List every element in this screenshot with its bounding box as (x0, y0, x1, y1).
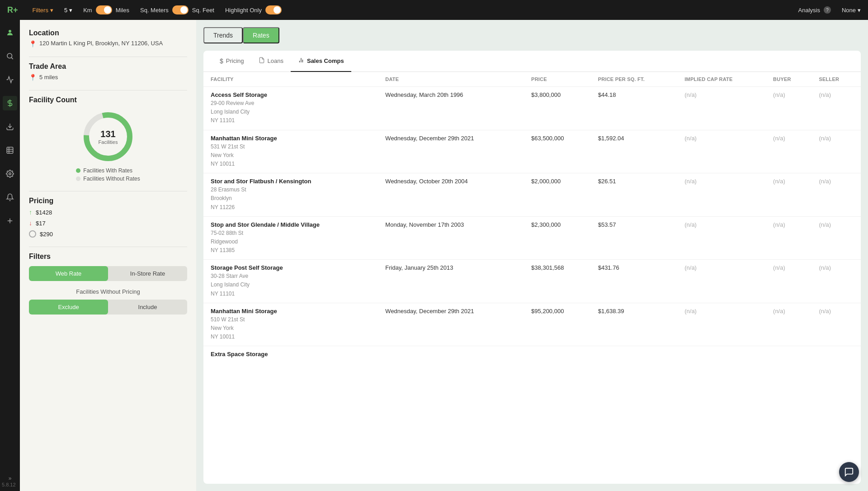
table-header: Facility Date Price Price per Sq. Ft. Im… (203, 72, 861, 87)
sidebar-item-download[interactable] (3, 119, 17, 134)
main-card: $ Pricing Loans Sales Comps (203, 51, 861, 484)
sub-tab-pricing[interactable]: $ Pricing (212, 51, 251, 72)
cell-facility-5: Manhattan Mini Storage 510 W 21st StNew … (203, 303, 378, 346)
tab-rates[interactable]: Rates (243, 27, 279, 43)
location-title: Location (29, 29, 187, 37)
in-store-rate-button[interactable]: In-Store Rate (108, 266, 187, 281)
web-rate-button[interactable]: Web Rate (29, 266, 108, 281)
sidebar-item-add[interactable] (3, 214, 17, 228)
highlight-toggle[interactable] (265, 5, 282, 14)
cell-price-sqft-5: $1,638.39 (591, 303, 678, 346)
facility-address-1: 531 W 21st StNew YorkNY 10011 (211, 143, 371, 169)
pricing-title: Pricing (29, 197, 187, 205)
table-body: Access Self Storage 29-00 Review AveLong… (203, 87, 861, 363)
table-row[interactable]: Extra Space Storage (203, 346, 861, 363)
sq-feet-label: Sq. Feet (192, 7, 214, 14)
pricing-items: ↑ $1428 ↓ $17 $290 (29, 209, 187, 238)
facility-count-title: Facility Count (29, 96, 187, 104)
col-buyer: Buyer (766, 72, 811, 87)
filters-label: Filters (33, 7, 48, 14)
cell-price-sqft-2: $26.51 (591, 173, 678, 217)
table-row[interactable]: Manhattan Mini Storage 531 W 21st StNew … (203, 130, 861, 173)
facility-count-section: Facility Count 131 Facilities Facili (29, 96, 187, 182)
sales-comps-icon (298, 57, 304, 65)
divider-2 (29, 90, 187, 91)
analysis-selector[interactable]: None ▾ (842, 7, 861, 14)
circle-icon (29, 230, 36, 238)
sub-tabs: $ Pricing Loans Sales Comps (203, 51, 861, 72)
right-content: Trends Rates $ Pricing Loans (196, 20, 868, 491)
sidebar-item-settings[interactable] (3, 167, 17, 181)
cell-price-sqft-6 (591, 346, 678, 363)
divider-3 (29, 191, 187, 191)
facility-address-3: 75-02 88th StRidgewoodNY 11385 (211, 229, 371, 255)
sidebar-item-search[interactable] (3, 49, 17, 63)
pricing-item-circle: $290 (29, 230, 187, 238)
sales-comps-table: Facility Date Price Price per Sq. Ft. Im… (203, 72, 861, 363)
trade-area-value: 5 miles (39, 74, 58, 81)
sidebar-item-table[interactable] (3, 143, 17, 157)
cell-date-6 (378, 346, 524, 363)
table-row[interactable]: Storage Post Self Storage 30-28 Starr Av… (203, 260, 861, 303)
cell-date-2: Wednesday, October 20th 2004 (378, 173, 524, 217)
sqm-sqft-toggle[interactable] (172, 5, 189, 14)
facility-address-0: 29-00 Review AveLong Island CityNY 11101 (211, 99, 371, 125)
cell-facility-2: Stor and Stor Flatbush / Kensington 28 E… (203, 173, 378, 217)
km-label: Km (83, 7, 92, 14)
main-layout: » Location 📍 120 Martin L King Pl, Brook… (0, 20, 868, 491)
svg-rect-5 (7, 147, 13, 153)
tab-trends[interactable]: Trends (203, 27, 243, 43)
svg-point-9 (9, 173, 11, 175)
table-row[interactable]: Manhattan Mini Storage 510 W 21st StNew … (203, 303, 861, 346)
include-button[interactable]: Include (108, 300, 187, 315)
col-price: Price (524, 72, 591, 87)
cell-buyer-5: (n/a) (766, 303, 811, 346)
sub-tab-sales-comps[interactable]: Sales Comps (291, 51, 351, 72)
table-row[interactable]: Access Self Storage 29-00 Review AveLong… (203, 87, 861, 130)
facility-address-4: 30-28 Starr AveLong Island CityNY 11101 (211, 272, 371, 298)
cell-buyer-2: (n/a) (766, 173, 811, 217)
divider-4 (29, 247, 187, 247)
facility-name-1: Manhattan Mini Storage (211, 135, 371, 142)
filters-chevron-icon: ▾ (50, 7, 53, 14)
pricing-section: Pricing ↑ $1428 ↓ $17 $290 (29, 197, 187, 238)
cell-facility-4: Storage Post Self Storage 30-28 Starr Av… (203, 260, 378, 303)
sidebar-item-dollar[interactable] (3, 96, 17, 110)
sidebar-item-chart[interactable] (3, 72, 17, 87)
filters-button[interactable]: Filters ▾ (33, 7, 53, 14)
analysis-help-icon: ? (824, 6, 831, 14)
cell-seller-1: (n/a) (811, 130, 861, 173)
trade-area-pin-icon: 📍 (29, 74, 37, 81)
cell-date-5: Wednesday, December 29th 2021 (378, 303, 524, 346)
table-row[interactable]: Stop and Stor Glendale / Middle Village … (203, 216, 861, 260)
none-chevron-icon: ▾ (858, 7, 861, 14)
facility-name-0: Access Self Storage (211, 91, 371, 98)
count-chevron-icon: ▾ (69, 7, 72, 14)
cell-seller-0: (n/a) (811, 87, 861, 130)
pricing-down-value: $17 (36, 220, 46, 227)
cell-buyer-6 (766, 346, 811, 363)
cell-buyer-4: (n/a) (766, 260, 811, 303)
chat-button[interactable] (839, 462, 859, 482)
cell-facility-3: Stop and Stor Glendale / Middle Village … (203, 216, 378, 260)
cell-price-sqft-4: $431.76 (591, 260, 678, 303)
none-label: None (842, 7, 856, 14)
exclude-button[interactable]: Exclude (29, 300, 108, 315)
sub-tab-pricing-label: Pricing (226, 57, 244, 64)
pricing-up-value: $1428 (36, 209, 52, 216)
sub-tab-loans[interactable]: Loans (251, 51, 291, 72)
pricing-icon: $ (220, 57, 223, 65)
analysis-group: Analysis ? (798, 6, 831, 14)
sidebar-item-bell[interactable] (3, 190, 17, 205)
table-row[interactable]: Stor and Stor Flatbush / Kensington 28 E… (203, 173, 861, 217)
sub-tab-sales-comps-label: Sales Comps (307, 57, 344, 64)
sidebar-item-user[interactable] (3, 25, 17, 40)
facility-address-2: 28 Erasmus StBrooklynNY 11226 (211, 186, 371, 212)
trade-area-value-row: 📍 5 miles (29, 73, 187, 81)
cell-date-1: Wednesday, December 29th 2021 (378, 130, 524, 173)
km-miles-toggle[interactable] (96, 5, 112, 14)
cell-cap-rate-3: (n/a) (677, 216, 766, 260)
col-price-sqft: Price per Sq. Ft. (591, 72, 678, 87)
filters-title: Filters (29, 253, 187, 261)
col-cap-rate: Implied Cap Rate (677, 72, 766, 87)
